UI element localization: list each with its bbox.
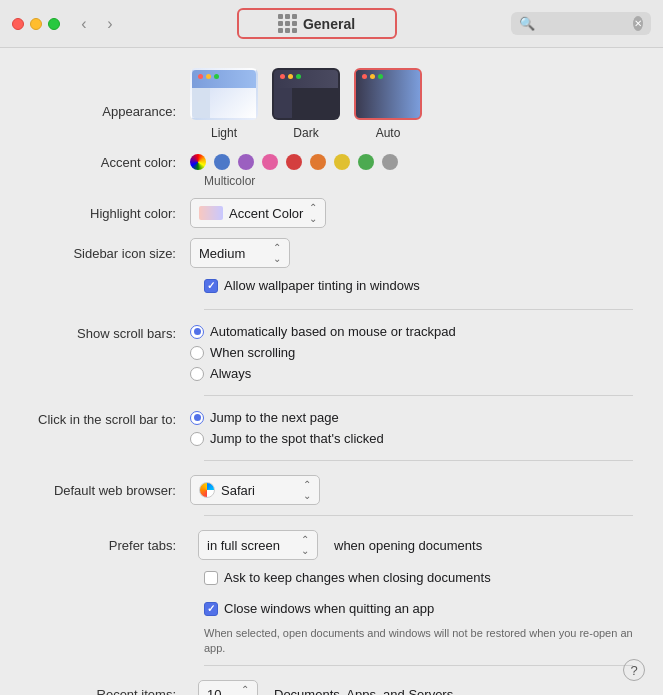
- show-scroll-bars-label: Show scroll bars:: [30, 324, 190, 341]
- show-scroll-bars-row: Show scroll bars: Automatically based on…: [30, 324, 633, 381]
- scroll-bars-always-radio[interactable]: [190, 367, 204, 381]
- accent-color-label: Accent color:: [30, 155, 190, 170]
- click-scroll-spot-row: Jump to the spot that's clicked: [190, 431, 384, 446]
- accent-pink[interactable]: [262, 154, 278, 170]
- appearance-light-thumb[interactable]: [190, 68, 258, 120]
- accent-green[interactable]: [358, 154, 374, 170]
- thumb-dot-green: [296, 74, 301, 79]
- click-scroll-spot-label: Jump to the spot that's clicked: [210, 431, 384, 446]
- scroll-bars-scrolling-radio[interactable]: [190, 346, 204, 360]
- default-browser-value: Safari: [221, 483, 255, 498]
- appearance-light[interactable]: Light: [190, 68, 258, 140]
- appearance-row: Appearance: Light: [30, 68, 633, 140]
- grid-dot: [278, 14, 283, 19]
- appearance-auto-thumb[interactable]: [354, 68, 422, 120]
- highlight-color-select[interactable]: Accent Color ⌃⌄: [190, 198, 326, 228]
- close-windows-label: Close windows when quitting an app: [224, 601, 434, 616]
- appearance-label: Appearance:: [30, 68, 190, 119]
- grid-dot: [285, 14, 290, 19]
- divider-3: [204, 460, 633, 461]
- close-windows-checkbox[interactable]: [204, 602, 218, 616]
- scroll-bars-options: Automatically based on mouse or trackpad…: [190, 324, 456, 381]
- thumb-dot-red: [280, 74, 285, 79]
- grid-dot: [292, 14, 297, 19]
- prefer-tabs-select[interactable]: in full screen ⌃⌄: [198, 530, 318, 560]
- click-scroll-options: Jump to the next page Jump to the spot t…: [190, 410, 384, 446]
- thumb-dots-dark: [280, 74, 301, 79]
- thumb-dot-yellow: [370, 74, 375, 79]
- help-button[interactable]: ?: [623, 659, 645, 681]
- ask-keep-changes-row: Ask to keep changes when closing documen…: [204, 570, 633, 585]
- clear-search-icon[interactable]: ✕: [633, 16, 643, 31]
- settings-content: Appearance: Light: [0, 48, 663, 695]
- scroll-bars-auto-radio[interactable]: [190, 325, 204, 339]
- click-scroll-spot-radio[interactable]: [190, 432, 204, 446]
- highlight-gradient-icon: [199, 206, 223, 220]
- close-windows-note: When selected, open documents and window…: [204, 626, 633, 657]
- close-windows-row: Close windows when quitting an app: [204, 601, 633, 616]
- divider-4: [204, 515, 633, 516]
- accent-multicolor[interactable]: [190, 154, 206, 170]
- prefer-tabs-label: Prefer tabs:: [30, 538, 190, 553]
- accent-color-row: Accent color:: [30, 154, 633, 170]
- appearance-auto[interactable]: Auto: [354, 68, 422, 140]
- browser-chevron-icon: ⌃⌄: [303, 479, 311, 501]
- recent-items-suffix: Documents, Apps, and Servers: [274, 687, 453, 695]
- forward-button[interactable]: ›: [98, 12, 122, 36]
- wallpaper-tinting-checkbox[interactable]: [204, 279, 218, 293]
- highlight-color-label: Highlight color:: [30, 206, 190, 221]
- click-scroll-next-label: Jump to the next page: [210, 410, 339, 425]
- recent-items-row: Recent items: 10 ⌃⌄ Documents, Apps, and…: [30, 680, 633, 695]
- default-browser-label: Default web browser:: [30, 483, 190, 498]
- appearance-dark-label: Dark: [293, 126, 318, 140]
- thumb-dot-red: [362, 74, 367, 79]
- appearance-dark[interactable]: Dark: [272, 68, 340, 140]
- ask-keep-changes-checkbox[interactable]: [204, 571, 218, 585]
- thumb-dot-green: [378, 74, 383, 79]
- accent-orange[interactable]: [310, 154, 326, 170]
- nav-buttons: ‹ ›: [72, 12, 122, 36]
- thumb-dots-auto: [362, 74, 383, 79]
- window-title: General: [303, 16, 355, 32]
- appearance-dark-thumb[interactable]: [272, 68, 340, 120]
- sidebar-icon-size-select[interactable]: Medium ⌃⌄: [190, 238, 290, 268]
- accent-graphite[interactable]: [382, 154, 398, 170]
- accent-red[interactable]: [286, 154, 302, 170]
- titlebar: ‹ › General 🔍 ✕: [0, 0, 663, 48]
- click-scroll-next-row: Jump to the next page: [190, 410, 384, 425]
- click-scroll-next-radio[interactable]: [190, 411, 204, 425]
- minimize-button[interactable]: [30, 18, 42, 30]
- grid-dot: [285, 21, 290, 26]
- sidebar-icon-size-row: Sidebar icon size: Medium ⌃⌄: [30, 238, 633, 268]
- accent-purple[interactable]: [238, 154, 254, 170]
- thumb-dot-green: [214, 74, 219, 79]
- recent-items-select[interactable]: 10 ⌃⌄: [198, 680, 258, 695]
- grid-icon: [278, 14, 297, 33]
- accent-yellow[interactable]: [334, 154, 350, 170]
- multicolor-label: Multicolor: [204, 174, 633, 188]
- highlight-chevron-icon: ⌃⌄: [309, 202, 317, 224]
- thumb-dot-yellow: [206, 74, 211, 79]
- thumb-dot-yellow: [288, 74, 293, 79]
- grid-dot: [292, 21, 297, 26]
- prefer-tabs-row: Prefer tabs: in full screen ⌃⌄ when open…: [30, 530, 633, 560]
- scroll-bars-auto-label: Automatically based on mouse or trackpad: [210, 324, 456, 339]
- prefer-tabs-value: in full screen: [207, 538, 280, 553]
- highlight-color-row: Highlight color: Accent Color ⌃⌄: [30, 198, 633, 228]
- search-input[interactable]: [539, 16, 629, 31]
- accent-blue[interactable]: [214, 154, 230, 170]
- recent-items-value: 10: [207, 687, 221, 695]
- sidebar-chevron-icon: ⌃⌄: [273, 242, 281, 264]
- search-bar[interactable]: 🔍 ✕: [511, 12, 651, 35]
- recent-items-chevron-icon: ⌃⌄: [241, 684, 249, 695]
- maximize-button[interactable]: [48, 18, 60, 30]
- highlight-color-value: Accent Color: [229, 206, 303, 221]
- traffic-lights: [12, 18, 60, 30]
- default-browser-select[interactable]: Safari ⌃⌄: [190, 475, 320, 505]
- back-button[interactable]: ‹: [72, 12, 96, 36]
- ask-keep-changes-label: Ask to keep changes when closing documen…: [224, 570, 491, 585]
- close-button[interactable]: [12, 18, 24, 30]
- search-icon: 🔍: [519, 16, 535, 31]
- appearance-auto-label: Auto: [376, 126, 401, 140]
- scroll-bars-always-row: Always: [190, 366, 456, 381]
